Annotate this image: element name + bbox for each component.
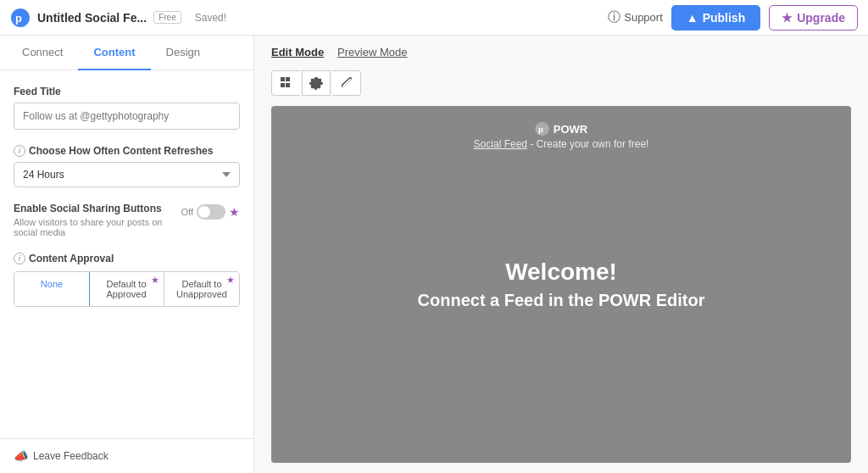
svg-text:p: p [15,12,22,25]
saved-label: Saved! [195,12,226,24]
preview-subtitle-text: Connect a Feed in the POWR Editor [418,291,705,310]
social-sharing-section: Enable Social Sharing Buttons Allow visi… [14,203,240,237]
feedback-icon: 📣 [14,449,28,463]
feed-title-section: Feed Title [14,86,240,130]
settings-icon-button[interactable] [302,70,331,96]
mode-switcher: Edit Mode Preview Mode [271,46,851,58]
social-sharing-toggle[interactable] [197,204,225,220]
panel-content: Feed Title i Choose How Often Content Re… [0,70,253,438]
toggle-row: Enable Social Sharing Buttons Allow visi… [14,203,240,237]
tab-connect[interactable]: Connect [7,36,78,70]
preview-tagline: - Create your own for free! [530,138,648,150]
main-layout: Connect Content Design Feed Title i Choo… [0,36,868,473]
powr-logo-icon: p [10,8,31,28]
refresh-dropdown[interactable]: 24 Hours 1 Hour 6 Hours 12 Hours 48 Hour… [14,162,240,187]
powr-text: POWR [554,123,587,136]
sharing-star-icon: ★ [229,205,240,219]
svg-rect-2 [281,77,285,81]
upgrade-button[interactable]: ★ Upgrade [769,5,858,31]
approval-label-text: Content Approval [29,253,114,264]
publish-label: Publish [703,11,746,25]
question-icon: ⓘ [608,9,620,25]
approval-none[interactable]: None [14,271,90,307]
star-icon: ★ [782,11,793,25]
toggle-controls: Off ★ [181,204,240,220]
info-icon: i [14,145,25,157]
grid-icon-button[interactable] [271,70,300,96]
left-panel: Connect Content Design Feed Title i Choo… [0,36,254,473]
unapproved-star-icon: ★ [226,275,235,286]
social-feed-link[interactable]: Social Feed [474,138,527,150]
content-approval-section: i Content Approval None ★ Default toAppr… [14,253,240,307]
support-button[interactable]: ⓘ Support [608,9,663,25]
preview-welcome-text: Welcome! [505,259,617,286]
refresh-section: i Choose How Often Content Refreshes 24 … [14,145,240,187]
approval-approved[interactable]: ★ Default toApproved [89,272,164,306]
tab-design[interactable]: Design [151,36,215,70]
feedback-label: Leave Feedback [33,450,108,462]
header-left: p Untitled Social Fe... Free Saved! [10,8,226,28]
feed-title-input[interactable] [14,103,240,130]
approval-options: None ★ Default toApproved ★ Default toUn… [14,271,240,307]
refresh-label-text: Choose How Often Content Refreshes [29,145,213,157]
publish-button[interactable]: ▲ Publish [671,5,760,31]
upgrade-label: Upgrade [797,11,845,25]
svg-rect-4 [281,83,285,87]
off-label: Off [181,207,193,217]
approved-star-icon: ★ [151,275,159,286]
pencil-icon [340,76,353,90]
tab-bar: Connect Content Design [0,36,253,70]
feed-title-label: Feed Title [14,86,240,97]
toolbar-icons [271,70,851,96]
grid-icon [280,76,293,90]
support-label: Support [624,11,663,24]
powr-preview-icon: p [535,121,550,136]
svg-rect-5 [286,83,290,87]
free-badge: Free [153,11,181,24]
leave-feedback-button[interactable]: 📣 Leave Feedback [0,438,253,473]
approval-none-label: None [41,279,63,289]
approval-unapproved-label: Default toUnapproved [176,279,227,299]
top-header: p Untitled Social Fe... Free Saved! ⓘ Su… [0,0,868,36]
tab-content[interactable]: Content [78,36,150,70]
preview-mode-link[interactable]: Preview Mode [337,46,407,58]
social-sharing-label: Enable Social Sharing Buttons [14,203,175,214]
content-approval-label: i Content Approval [14,253,240,264]
publish-icon: ▲ [687,11,698,25]
edit-icon-button[interactable] [332,70,361,96]
refresh-label: i Choose How Often Content Refreshes [14,145,240,157]
gear-icon [309,76,323,90]
svg-rect-3 [286,77,290,81]
preview-branding: p POWR Social Feed - Create your own for… [474,121,649,150]
preview-powr-logo: p POWR [535,121,587,136]
svg-text:p: p [538,125,543,134]
toggle-label-group: Enable Social Sharing Buttons Allow visi… [14,203,175,237]
preview-social-link: Social Feed - Create your own for free! [474,138,649,150]
header-right: ⓘ Support ▲ Publish ★ Upgrade [608,5,858,31]
app-title: Untitled Social Fe... [37,11,147,25]
approval-unapproved[interactable]: ★ Default toUnapproved [164,272,239,306]
right-panel: Edit Mode Preview Mode [254,36,868,473]
social-sharing-sub: Allow visitors to share your posts on so… [14,217,175,237]
approval-info-icon: i [14,253,25,264]
approval-approved-label: Default toApproved [106,279,146,299]
preview-area: p POWR Social Feed - Create your own for… [271,106,851,463]
edit-mode-link[interactable]: Edit Mode [271,46,324,58]
